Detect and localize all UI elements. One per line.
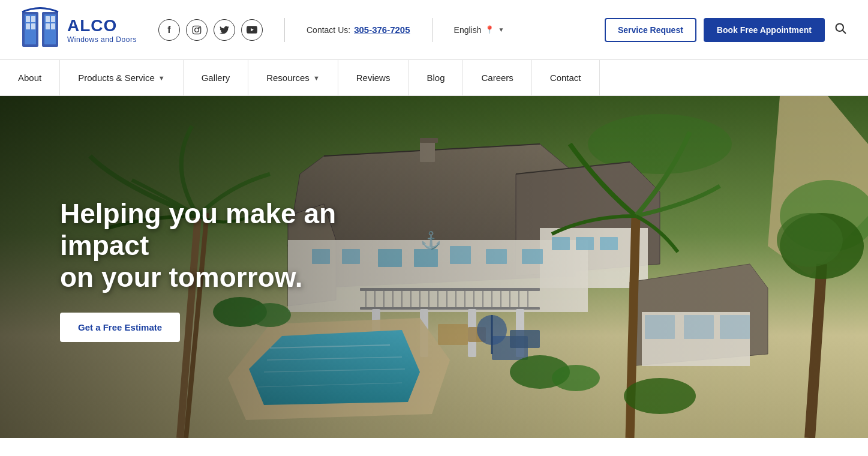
location-pin-icon: 📍 — [485, 25, 494, 34]
nav-about[interactable]: About — [0, 60, 60, 95]
nav-reviews[interactable]: Reviews — [338, 60, 409, 95]
contact-label: Contact Us: — [307, 25, 350, 35]
hero-headline: Helping you make an impact on your tomor… — [60, 198, 396, 293]
hero-section: ⚓ Helping you make an impact on your tom… — [0, 96, 868, 438]
site-header: ALCO Windows and Doors f Contact Us: 305… — [0, 0, 868, 60]
logo-link[interactable]: ALCO Windows and Doors — [19, 7, 139, 52]
service-request-button[interactable]: Service Request — [605, 18, 696, 42]
language-label: English — [454, 25, 482, 35]
contact-info: Contact Us: 305-376-7205 — [307, 25, 410, 35]
nav-resources[interactable]: Resources ▼ — [248, 60, 338, 95]
youtube-icon[interactable] — [241, 19, 263, 41]
svg-rect-10 — [46, 23, 50, 29]
header-divider-2 — [432, 18, 433, 42]
logo-text: ALCO Windows and Doors — [67, 16, 137, 44]
header-actions: Service Request Book Free Appointment — [605, 18, 849, 42]
nav-blog[interactable]: Blog — [409, 60, 463, 95]
svg-rect-8 — [46, 16, 50, 22]
main-nav: About Products & Service ▼ Gallery Resou… — [0, 60, 868, 96]
svg-rect-11 — [51, 23, 55, 29]
dropdown-arrow-icon: ▼ — [498, 26, 504, 33]
svg-point-13 — [195, 28, 199, 32]
nav-products-service[interactable]: Products & Service ▼ — [60, 60, 183, 95]
logo-icon — [19, 7, 61, 52]
get-estimate-button[interactable]: Get a Free Estimate — [60, 313, 180, 342]
book-appointment-button[interactable]: Book Free Appointment — [704, 18, 825, 42]
nav-careers[interactable]: Careers — [463, 60, 531, 95]
svg-rect-7 — [31, 23, 35, 29]
svg-rect-4 — [26, 16, 30, 22]
svg-rect-5 — [31, 16, 35, 22]
svg-rect-9 — [51, 16, 55, 22]
svg-line-16 — [843, 31, 846, 34]
resources-dropdown-arrow-icon: ▼ — [313, 74, 320, 82]
products-dropdown-arrow-icon: ▼ — [158, 74, 165, 82]
contact-phone[interactable]: 305-376-7205 — [354, 25, 410, 35]
svg-rect-12 — [193, 26, 200, 34]
svg-point-14 — [199, 27, 199, 28]
language-selector[interactable]: English 📍 ▼ — [454, 25, 504, 35]
nav-gallery[interactable]: Gallery — [184, 60, 249, 95]
svg-rect-6 — [26, 23, 30, 29]
facebook-icon[interactable]: f — [158, 19, 180, 41]
hero-content: Helping you make an impact on your tomor… — [60, 198, 396, 342]
header-divider — [284, 18, 285, 42]
nav-contact[interactable]: Contact — [532, 60, 600, 95]
search-button[interactable] — [832, 20, 849, 40]
social-links: f — [158, 19, 263, 41]
instagram-icon[interactable] — [186, 19, 208, 41]
twitter-icon[interactable] — [214, 19, 235, 41]
